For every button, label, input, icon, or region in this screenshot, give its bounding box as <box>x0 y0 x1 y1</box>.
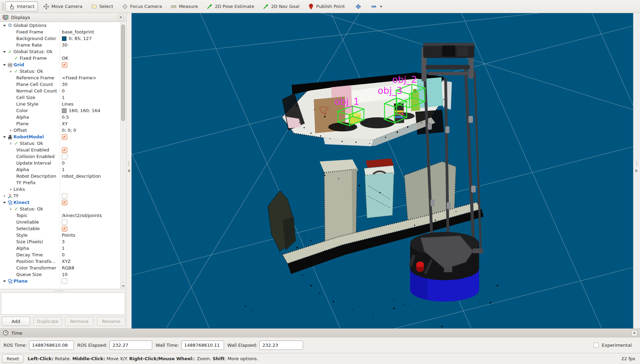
tree-row-value[interactable]: 30 <box>62 42 68 48</box>
tree-scrollbar[interactable] <box>120 22 126 288</box>
tool-2d-pose-estimate[interactable]: 2D Pose Estimate <box>203 1 258 12</box>
checkbox-checked[interactable]: ✔ <box>62 134 67 140</box>
scrollbar-down-button[interactable] <box>121 283 125 288</box>
expander-open-icon[interactable] <box>3 22 7 29</box>
tool-2d-nav-goal[interactable]: 2D Nav Goal <box>259 1 303 12</box>
rename-button[interactable]: Rename <box>97 317 125 326</box>
gutter-grip[interactable] <box>636 161 637 166</box>
tree-row-collision-enabled[interactable]: Collision Enabled <box>0 153 126 160</box>
tree-row-fixed-frame[interactable]: ✓Fixed FrameOK <box>0 55 126 61</box>
tree-row-value[interactable]: 3 <box>62 239 65 244</box>
collapse-left-icon[interactable] <box>128 169 130 173</box>
checkbox-unchecked[interactable] <box>62 219 67 225</box>
tree-row-value[interactable]: XY <box>62 121 68 126</box>
tree-row-value[interactable]: 10 <box>62 272 68 277</box>
tree-row-reference-frame[interactable]: Reference Frame<Fixed Frame> <box>0 75 126 81</box>
tool-move-camera[interactable]: Move Camera <box>40 1 86 12</box>
remove-button[interactable]: Remove <box>65 317 94 326</box>
checkbox-unchecked[interactable] <box>62 154 67 159</box>
expander-open-icon[interactable] <box>3 61 7 68</box>
tree-row-status-ok[interactable]: ✓Status: Ok <box>0 140 126 147</box>
tree-row-value[interactable]: Lines <box>62 101 74 107</box>
collapse-right-icon[interactable] <box>636 169 638 173</box>
tree-row-value[interactable]: OK <box>62 56 68 61</box>
time-field-input-wall-elapsed[interactable] <box>259 341 303 350</box>
tree-row-queue-size[interactable]: Queue Size10 <box>0 271 126 278</box>
tree-row-status-ok[interactable]: ✓Status: Ok <box>0 206 126 212</box>
tree-row-line-style[interactable]: Line StyleLines <box>0 101 126 107</box>
tree-row-value[interactable]: 160; 160; 164 <box>69 108 100 113</box>
tree-row-value[interactable]: 1 <box>62 246 65 251</box>
tree-row-value[interactable]: Points <box>62 233 75 238</box>
tree-row-position-transfo[interactable]: Position Transfo…XYZ <box>0 258 126 265</box>
gutter-grip[interactable] <box>128 161 129 166</box>
tree-row-value[interactable]: 0 <box>62 88 65 94</box>
tree-row-cell-size[interactable]: Cell Size1 <box>0 94 126 101</box>
tree-row-alpha[interactable]: Alpha1 <box>0 245 126 252</box>
tree-row-normal-cell-count[interactable]: Normal Cell Count0 <box>0 88 126 94</box>
expander-closed-icon[interactable] <box>9 206 13 212</box>
tool-select[interactable]: Select <box>88 1 117 12</box>
tree-row-value[interactable]: 30 <box>62 82 68 87</box>
time-field-input-ros-elapsed[interactable] <box>109 341 152 350</box>
tree-row-background-color[interactable]: Background Color0; 85; 127 <box>0 35 126 42</box>
toolbar-grip[interactable] <box>2 3 4 10</box>
tree-row-tf-prefix[interactable]: TF Prefix <box>0 179 126 186</box>
tree-row-plane[interactable]: PlaneXY <box>0 120 126 127</box>
tree-row-visual-enabled[interactable]: Visual Enabled✔ <box>0 147 126 153</box>
tree-row-value[interactable]: RGB8 <box>62 265 74 270</box>
tree-row-topic[interactable]: Topic/kinect2/sd/points <box>0 212 126 219</box>
tree-row-global-status-ok[interactable]: ✓Global Status: Ok <box>0 48 126 55</box>
expander-closed-icon[interactable] <box>9 186 13 193</box>
tree-row-alpha[interactable]: Alpha1 <box>0 166 126 173</box>
tree-row-robot-description[interactable]: Robot Descriptionrobot_description <box>0 173 126 179</box>
add-button[interactable]: Add <box>2 317 30 326</box>
tree-row-value[interactable]: /kinect2/sd/points <box>62 213 102 218</box>
tree-row-size-pixels[interactable]: Size (Pixels)3 <box>0 238 126 245</box>
tree-row-global-options[interactable]: ⚙Global Options <box>0 22 126 29</box>
tree-row-grid[interactable]: Grid✔ <box>0 61 126 68</box>
checkbox-checked[interactable]: ✔ <box>62 147 67 153</box>
tree-row-kinect[interactable]: Kinect✔ <box>0 199 126 206</box>
tree-row-plane-cell-count[interactable]: Plane Cell Count30 <box>0 81 126 88</box>
tree-row-offset[interactable]: Offset0; 0; 0 <box>0 127 126 134</box>
tree-row-decay-time[interactable]: Decay Time0 <box>0 252 126 258</box>
time-close-icon[interactable]: × <box>631 330 637 336</box>
checkbox-unchecked[interactable] <box>62 193 67 199</box>
tree-row-value[interactable]: XYZ <box>62 259 71 264</box>
tree-row-style[interactable]: StylePoints <box>0 232 126 238</box>
expander-closed-icon[interactable] <box>9 127 13 134</box>
tree-row-value[interactable]: 1 <box>62 167 65 172</box>
tree-row-value[interactable]: base_footprint <box>62 29 94 35</box>
expander-open-icon[interactable] <box>3 134 7 140</box>
time-field-input-ros-time[interactable] <box>29 341 74 350</box>
tree-row-value[interactable]: 1 <box>62 95 65 100</box>
checkbox-checked[interactable]: ✔ <box>62 226 67 232</box>
viewport-3d[interactable]: obj_1 obj_2 obj_3 <box>132 13 640 328</box>
tool-measure[interactable]: Measure <box>167 1 201 12</box>
scrollbar-thumb[interactable] <box>121 24 125 121</box>
tree-row-links[interactable]: Links <box>0 186 126 193</box>
add-tool-button[interactable] <box>353 1 364 12</box>
displays-close-icon[interactable]: × <box>118 14 124 20</box>
checkbox-checked[interactable]: ✔ <box>62 200 67 205</box>
tree-row-value[interactable]: 0; 85; 127 <box>69 36 92 41</box>
tree-row-alpha[interactable]: Alpha0.5 <box>0 114 126 120</box>
expander-open-icon[interactable] <box>3 48 7 55</box>
expander-open-icon[interactable] <box>3 278 7 284</box>
panel-splitter[interactable] <box>0 289 126 293</box>
tree-row-value[interactable]: 0 <box>62 160 65 166</box>
tree-row-robotmodel[interactable]: RobotModel✔ <box>0 134 126 140</box>
color-swatch[interactable] <box>62 36 67 41</box>
tree-row-update-interval[interactable]: Update Interval0 <box>0 160 126 166</box>
expander-closed-icon[interactable] <box>9 140 13 147</box>
tree-row-frame-rate[interactable]: Frame Rate30 <box>0 42 126 48</box>
time-field-input-wall-time[interactable] <box>181 341 224 350</box>
checkbox-checked[interactable]: ✔ <box>62 62 67 68</box>
tool-publish-point[interactable]: Publish Point <box>304 1 348 12</box>
reset-button[interactable]: Reset <box>2 354 23 363</box>
tree-row-fixed-frame[interactable]: Fixed Framebase_footprint <box>0 29 126 35</box>
chevron-down-icon[interactable] <box>380 6 382 8</box>
expander-open-icon[interactable] <box>3 199 7 206</box>
tree-row-value[interactable]: 0; 0; 0 <box>62 128 76 133</box>
